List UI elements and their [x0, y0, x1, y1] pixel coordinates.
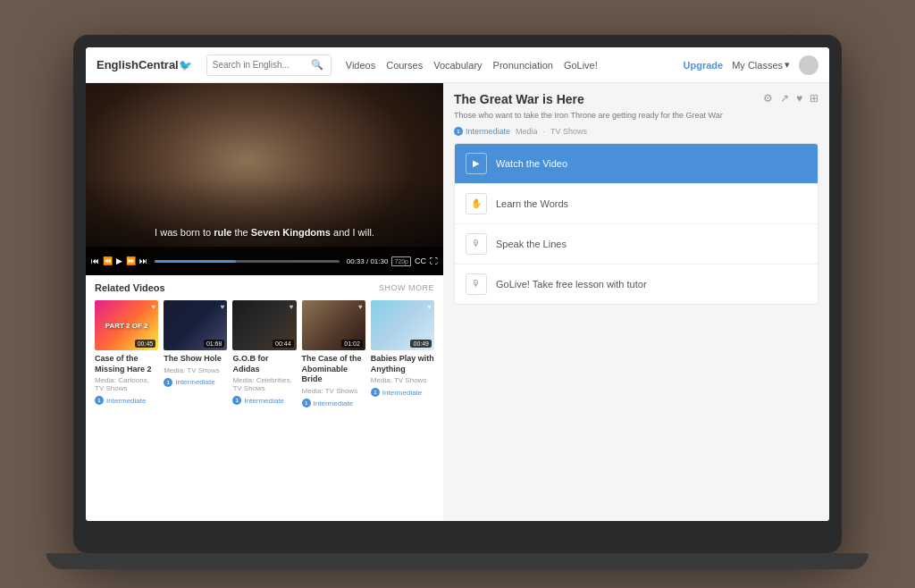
golive-icon: 🎙: [466, 273, 487, 295]
level-dot: 1: [371, 388, 380, 397]
card-title: The Show Hole: [164, 354, 227, 365]
fullscreen-button[interactable]: ⛶: [430, 256, 438, 265]
nav-vocabulary[interactable]: Vocabulary: [433, 60, 482, 71]
video-thumbnail: PART 2 OF 2 ♥ 00:45: [95, 300, 158, 350]
video-subtitle: I was born to rule the Seven Kingdoms an…: [155, 227, 374, 238]
heart-icon: ♥: [151, 303, 155, 311]
skip-forward-button[interactable]: ⏭: [139, 256, 147, 265]
video-duration: 01:02: [341, 340, 363, 348]
related-section: Related Videos SHOW MORE PART 2 OF 2 ♥ 0…: [86, 275, 443, 521]
learn-words-button[interactable]: ✋ Learn the Words: [455, 184, 818, 224]
watch-label: Watch the Video: [496, 158, 567, 169]
speak-icon: 🎙: [466, 233, 487, 255]
level-tag: 1 Intermediate: [454, 127, 510, 136]
heart-icon: ♥: [427, 303, 432, 311]
logo-flame: 🐦: [179, 59, 192, 71]
video-controls: ⏮ ⏪ ▶ ⏩ ⏭ 00:33 / 01:30 720p CC ⛶: [86, 247, 443, 275]
list-item[interactable]: ♥ 00:49 Babies Play with Anything Media:…: [371, 300, 434, 407]
action-icons: ⚙ ↗ ♥ ⊞: [763, 92, 818, 105]
golive-label: GoLive! Take free lesson with tutor: [496, 279, 647, 290]
list-item[interactable]: ♥ 01:68 The Show Hole Media: TV Shows 1 …: [164, 300, 227, 407]
bookmark-icon[interactable]: ⊞: [810, 92, 818, 105]
card-media: Media: TV Shows: [302, 387, 365, 395]
level-label: Intermediate: [314, 399, 353, 407]
next-button[interactable]: ⏩: [126, 256, 136, 265]
search-icon[interactable]: 🔍: [311, 59, 323, 71]
list-item[interactable]: ♥ 00:44 G.O.B for Adidas Media: Celebrit…: [232, 300, 296, 407]
video-thumbnail: ♥ 00:49: [371, 300, 434, 350]
level-label: Intermediate: [106, 397, 146, 405]
watch-icon: ▶: [466, 153, 487, 174]
related-title: Related Videos: [95, 282, 165, 293]
upgrade-button[interactable]: Upgrade: [684, 60, 724, 71]
right-panel: The Great War is Here Those who want to …: [443, 83, 829, 521]
related-grid: PART 2 OF 2 ♥ 00:45 Case of the Missing …: [95, 300, 434, 407]
level-dot: 1: [454, 127, 463, 136]
speak-lines-button[interactable]: 🎙 Speak the Lines: [455, 224, 818, 265]
level-dot: 1: [95, 396, 104, 405]
video-info-header: The Great War is Here Those who want to …: [454, 92, 818, 136]
card-media: Media: Celebrities, TV Shows: [232, 376, 296, 392]
video-section: I was born to rule the Seven Kingdoms an…: [86, 83, 443, 521]
nav-videos[interactable]: Videos: [346, 60, 375, 71]
video-duration: 00:49: [410, 340, 432, 348]
nav-golive[interactable]: GoLive!: [564, 60, 598, 71]
card-title: The Case of the Abominable Bride: [302, 354, 365, 385]
share-icon[interactable]: ↗: [780, 92, 789, 105]
card-title: Babies Play with Anything: [371, 354, 434, 374]
chevron-down-icon: ▾: [785, 59, 790, 71]
quality-badge: 720p: [391, 256, 411, 266]
level-label: Intermediate: [175, 378, 214, 386]
laptop-frame: EnglishCentral 🐦 🔍 Videos Courses Vocabu…: [73, 35, 842, 553]
level-dot: 1: [232, 396, 241, 405]
video-description: Those who want to take the Iron Throne a…: [454, 110, 723, 122]
avatar[interactable]: [799, 55, 818, 75]
skip-back-button[interactable]: ⏮: [91, 256, 99, 265]
video-player[interactable]: I was born to rule the Seven Kingdoms an…: [86, 83, 443, 275]
progress-bar[interactable]: [155, 260, 340, 263]
card-title: G.O.B for Adidas: [232, 354, 296, 374]
nav-links: Videos Courses Vocabulary Pronunciation …: [346, 60, 598, 71]
list-item[interactable]: ♥ 01:02 The Case of the Abominable Bride…: [302, 300, 365, 407]
level-dot: 1: [302, 399, 311, 407]
cc-button[interactable]: CC: [415, 256, 426, 265]
card-level: 1 Intermediate: [232, 396, 296, 405]
nav-courses[interactable]: Courses: [386, 60, 423, 71]
video-title: The Great War is Here: [454, 92, 723, 106]
laptop-base: [46, 553, 869, 569]
watch-video-button[interactable]: ▶ Watch the Video: [455, 144, 818, 184]
show-more-button[interactable]: SHOW MORE: [379, 283, 434, 292]
card-level: 1 Intermediate: [95, 396, 158, 405]
navbar: EnglishCentral 🐦 🔍 Videos Courses Vocabu…: [86, 47, 829, 83]
golive-button[interactable]: 🎙 GoLive! Take free lesson with tutor: [455, 265, 818, 304]
level-label: Intermediate: [382, 389, 422, 397]
tag-separator: ·: [543, 127, 546, 136]
settings-icon[interactable]: ⚙: [763, 92, 773, 105]
video-thumbnail: ♥ 01:68: [164, 300, 227, 350]
nav-right: Upgrade My Classes ▾: [684, 55, 818, 75]
heart-icon[interactable]: ♥: [796, 92, 802, 105]
main-content: I was born to rule the Seven Kingdoms an…: [86, 83, 829, 521]
video-thumbnail: ♥ 00:44: [232, 300, 296, 350]
card-media: Media: TV Shows: [371, 376, 434, 384]
logo-english: EnglishCentral: [97, 58, 179, 71]
video-duration: 00:45: [135, 340, 156, 348]
search-input[interactable]: [213, 60, 311, 70]
tag-media: Media: [516, 127, 538, 136]
logo[interactable]: EnglishCentral 🐦: [97, 58, 192, 71]
search-box[interactable]: 🔍: [206, 55, 332, 76]
nav-pronunciation[interactable]: Pronunciation: [493, 60, 553, 71]
prev-button[interactable]: ⏪: [103, 256, 113, 265]
level-text: Intermediate: [466, 127, 510, 136]
video-info: The Great War is Here Those who want to …: [454, 92, 723, 136]
play-button[interactable]: ▶: [116, 256, 122, 265]
my-classes-button[interactable]: My Classes ▾: [732, 59, 790, 71]
card-level: 1 Intermediate: [164, 378, 227, 387]
speak-label: Speak the Lines: [496, 239, 567, 249]
video-duration: 01:68: [204, 340, 225, 348]
level-label: Intermediate: [244, 397, 283, 405]
learn-label: Learn the Words: [496, 198, 568, 209]
learn-icon: ✋: [466, 193, 487, 214]
list-item[interactable]: PART 2 OF 2 ♥ 00:45 Case of the Missing …: [95, 300, 158, 407]
tag-tvshows: TV Shows: [550, 127, 587, 136]
